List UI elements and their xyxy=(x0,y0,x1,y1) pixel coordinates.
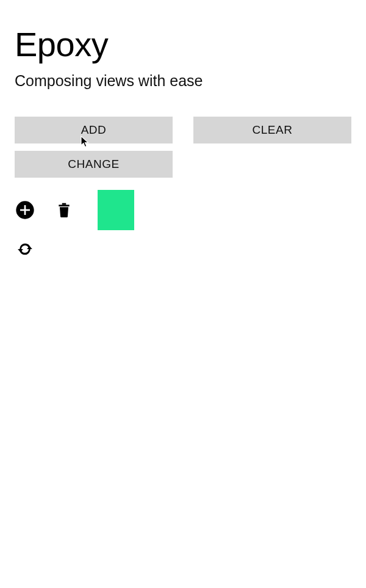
color-swatch[interactable] xyxy=(98,190,134,230)
page-title: Epoxy xyxy=(15,26,351,64)
refresh-icon xyxy=(16,241,34,258)
trash-icon xyxy=(56,201,72,219)
item-row xyxy=(15,190,351,230)
svg-rect-2 xyxy=(20,209,30,211)
add-button[interactable]: ADD xyxy=(15,117,173,143)
svg-rect-4 xyxy=(62,203,66,205)
plus-circle-icon xyxy=(15,200,35,220)
add-item-button[interactable] xyxy=(15,200,35,220)
delete-item-button[interactable] xyxy=(54,200,74,220)
button-row-1: ADD CLEAR xyxy=(15,117,351,143)
clear-button-label: CLEAR xyxy=(253,123,293,137)
refresh-row xyxy=(15,239,351,260)
clear-button[interactable]: CLEAR xyxy=(193,117,351,143)
change-button[interactable]: CHANGE xyxy=(15,151,173,178)
page-subtitle: Composing views with ease xyxy=(15,72,351,90)
button-panel: ADD CLEAR CHANGE xyxy=(15,117,351,178)
app-root: Epoxy Composing views with ease ADD CLEA… xyxy=(0,0,366,260)
svg-rect-3 xyxy=(59,205,69,206)
refresh-item-button[interactable] xyxy=(15,239,35,260)
change-button-label: CHANGE xyxy=(68,158,119,171)
button-row-2: CHANGE xyxy=(15,151,351,178)
add-button-label: ADD xyxy=(81,123,107,137)
